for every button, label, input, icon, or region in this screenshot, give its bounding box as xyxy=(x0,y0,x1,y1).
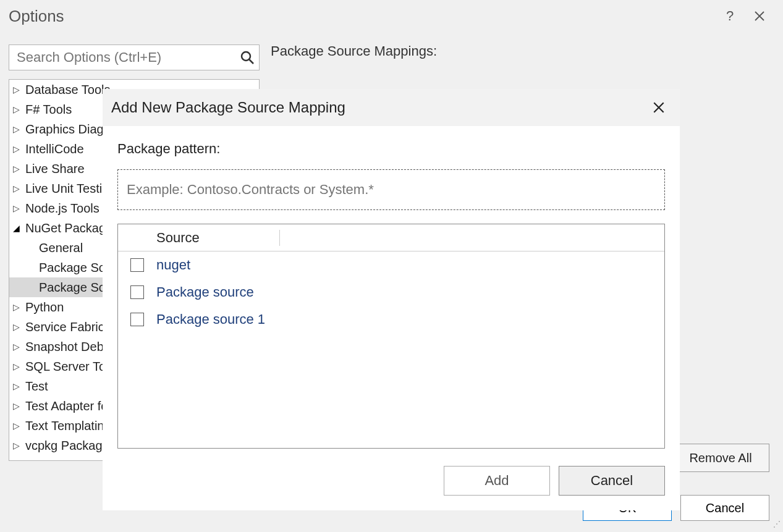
tree-item-label: Python xyxy=(25,300,64,315)
dialog-title: Add New Package Source Mapping xyxy=(111,99,345,116)
caret-right-icon[interactable]: ▷ xyxy=(13,441,24,450)
options-titlebar: Options ? xyxy=(0,0,783,32)
tree-item-label: General xyxy=(39,241,83,255)
source-row[interactable]: Package source xyxy=(118,279,664,306)
caret-right-icon[interactable]: ▷ xyxy=(13,104,24,114)
source-name: Package source xyxy=(156,284,254,300)
search-input[interactable] xyxy=(9,44,260,70)
remove-all-button[interactable]: Remove All xyxy=(672,444,769,472)
caret-right-icon[interactable]: ▷ xyxy=(13,124,24,134)
caret-right-icon[interactable]: ▷ xyxy=(13,203,24,213)
package-source-mappings-heading: Package Source Mappings: xyxy=(271,43,437,59)
options-title: Options xyxy=(9,7,64,26)
dialog-cancel-button[interactable]: Cancel xyxy=(559,466,665,496)
source-name: Package source 1 xyxy=(156,311,265,327)
caret-right-icon[interactable]: ▷ xyxy=(13,164,24,174)
close-icon[interactable] xyxy=(745,1,774,31)
source-checkbox[interactable] xyxy=(130,258,144,272)
caret-right-icon[interactable]: ▷ xyxy=(13,381,24,391)
tree-item-label: IntelliCode xyxy=(25,142,84,156)
package-pattern-label: Package pattern: xyxy=(117,141,665,157)
source-name: nuget xyxy=(156,257,190,273)
tree-item-label: Database Tools xyxy=(25,83,111,97)
caret-right-icon[interactable]: ▷ xyxy=(13,302,24,312)
dialog-close-icon[interactable] xyxy=(646,95,671,120)
tree-item-label: F# Tools xyxy=(25,103,72,117)
help-icon[interactable]: ? xyxy=(715,1,745,31)
search-options xyxy=(9,44,260,70)
tree-item-label: Text Templating xyxy=(25,419,111,433)
caret-down-icon[interactable]: ◢ xyxy=(13,223,24,233)
dialog-titlebar: Add New Package Source Mapping xyxy=(103,89,680,126)
package-pattern-input[interactable] xyxy=(117,169,665,210)
dialog-buttons: Add Cancel xyxy=(444,466,665,496)
source-column-header[interactable]: Source xyxy=(156,230,280,246)
caret-right-icon[interactable]: ▷ xyxy=(13,342,24,352)
tree-item-label: Node.js Tools xyxy=(25,201,99,216)
source-grid-header: Source xyxy=(118,224,664,251)
tree-item-label: Live Share xyxy=(25,162,85,176)
caret-right-icon[interactable]: ▷ xyxy=(13,401,24,411)
caret-right-icon[interactable]: ▷ xyxy=(13,361,24,371)
caret-right-icon[interactable]: ▷ xyxy=(13,85,24,95)
resize-grip-icon[interactable]: ⋰ xyxy=(773,522,782,531)
svg-point-0 xyxy=(242,52,250,61)
source-grid: Source nugetPackage sourcePackage source… xyxy=(117,224,665,449)
source-row[interactable]: nuget xyxy=(118,251,664,279)
add-button[interactable]: Add xyxy=(444,466,550,496)
source-checkbox[interactable] xyxy=(130,313,144,326)
source-row[interactable]: Package source 1 xyxy=(118,306,664,333)
caret-right-icon[interactable]: ▷ xyxy=(13,184,24,193)
caret-right-icon[interactable]: ▷ xyxy=(13,144,24,154)
caret-right-icon[interactable]: ▷ xyxy=(13,460,24,461)
search-icon[interactable] xyxy=(240,50,255,65)
tree-item-label: Test xyxy=(25,379,48,394)
caret-right-icon[interactable]: ▷ xyxy=(13,421,24,431)
cancel-button[interactable]: Cancel xyxy=(680,495,769,521)
add-mapping-dialog: Add New Package Source Mapping Package p… xyxy=(103,89,680,510)
source-checkbox[interactable] xyxy=(130,285,144,299)
caret-right-icon[interactable]: ▷ xyxy=(13,322,24,332)
